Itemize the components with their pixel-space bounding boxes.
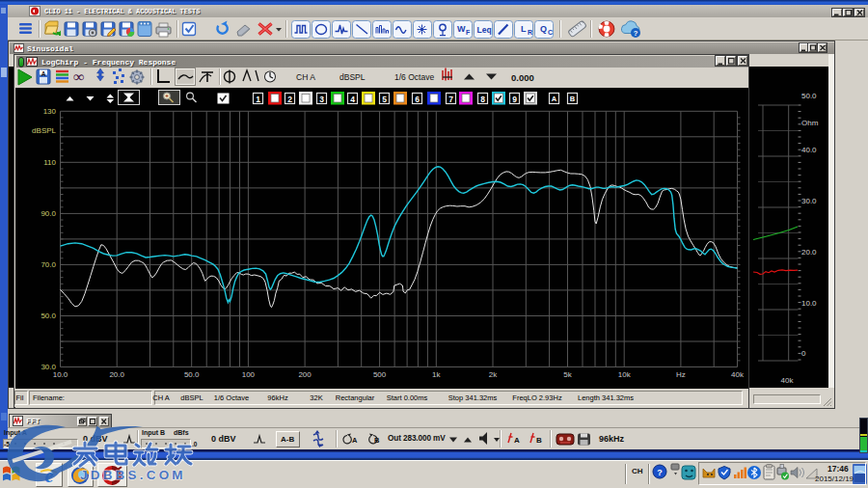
svg-text:JDBBS.COM: JDBBS.COM	[80, 468, 186, 482]
